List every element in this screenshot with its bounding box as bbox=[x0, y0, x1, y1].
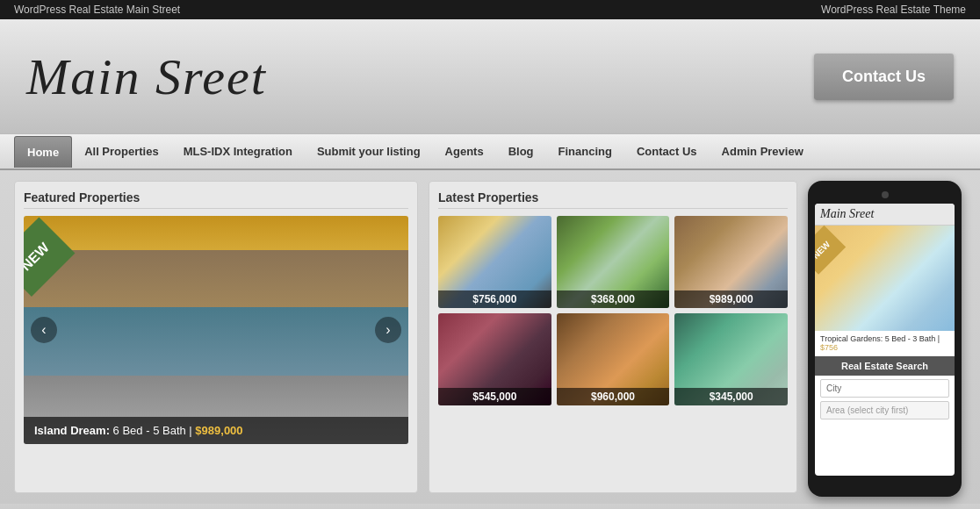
phone-logo: Main Sreet bbox=[815, 204, 955, 226]
list-item[interactable]: $545,000 bbox=[438, 313, 551, 405]
phone-prop-info: Tropical Gardens: 5 Bed - 3 Bath | $756 bbox=[815, 331, 955, 356]
featured-image-container: NEW ‹ › Island Dream: 6 Bed - 5 Bath | $… bbox=[24, 216, 408, 444]
nav-item-mls-idx-integration[interactable]: MLS-IDX Integration bbox=[171, 136, 305, 167]
featured-panel: Featured Properties NEW ‹ › Island Dream… bbox=[14, 181, 418, 493]
nav-item-agents[interactable]: Agents bbox=[433, 136, 496, 167]
caption-detail: 6 Bed - 5 Bath | bbox=[113, 424, 192, 437]
property-price-3: $989,000 bbox=[674, 290, 788, 308]
property-price-6: $345,000 bbox=[674, 388, 788, 405]
header: Main Sreet Contact Us bbox=[0, 19, 980, 133]
caption-price: $989,000 bbox=[195, 424, 242, 437]
navigation: HomeAll PropertiesMLS-IDX IntegrationSub… bbox=[0, 133, 980, 170]
nav-item-blog[interactable]: Blog bbox=[496, 136, 546, 167]
list-item[interactable]: $345,000 bbox=[674, 313, 788, 405]
bottom-tabs: City Area (select city first) Price rang… bbox=[0, 504, 980, 509]
nav-item-all-properties[interactable]: All Properties bbox=[72, 136, 171, 167]
contact-us-button[interactable]: Contact Us bbox=[814, 54, 954, 100]
latest-title: Latest Properties bbox=[438, 190, 788, 209]
logo: Main Sreet bbox=[26, 47, 267, 106]
property-price-5: $960,000 bbox=[557, 388, 670, 405]
phone-prop-name: Tropical Gardens: 5 Bed - 3 Bath | bbox=[820, 334, 940, 343]
nav-item-financing[interactable]: Financing bbox=[546, 136, 624, 167]
phone-new-badge: NEW bbox=[815, 226, 846, 275]
next-arrow[interactable]: › bbox=[375, 317, 401, 343]
property-price-1: $756,000 bbox=[438, 290, 551, 308]
top-bar: WordPress Real Estate Main Street WordPr… bbox=[0, 0, 980, 19]
property-grid: $756,000 $368,000 $989,000 $545,000 $960… bbox=[438, 216, 788, 405]
top-bar-right: WordPress Real Estate Theme bbox=[821, 4, 966, 16]
mobile-preview-panel: Main Sreet NEW Tropical Gardens: 5 Bed -… bbox=[808, 181, 966, 493]
top-bar-left: WordPress Real Estate Main Street bbox=[14, 4, 180, 16]
list-item[interactable]: $960,000 bbox=[557, 313, 670, 405]
nav-item-contact-us[interactable]: Contact Us bbox=[624, 136, 710, 167]
phone-prop-price: $756 bbox=[820, 343, 838, 352]
phone-speaker bbox=[882, 191, 889, 198]
phone-search-title: Real Estate Search bbox=[815, 356, 955, 376]
main-content: Featured Properties NEW ‹ › Island Dream… bbox=[0, 170, 980, 504]
phone-area-field[interactable]: Area (select city first) bbox=[820, 401, 949, 419]
nav-item-admin-preview[interactable]: Admin Preview bbox=[710, 136, 816, 167]
list-item[interactable]: $989,000 bbox=[674, 216, 788, 308]
nav-item-submit-your-listing[interactable]: Submit your listing bbox=[305, 136, 433, 167]
caption-name: Island Dream: bbox=[34, 424, 110, 437]
phone-property-image: NEW bbox=[815, 226, 955, 331]
phone-city-field[interactable]: City bbox=[820, 379, 949, 398]
phone-frame: Main Sreet NEW Tropical Gardens: 5 Bed -… bbox=[808, 181, 962, 497]
prev-arrow[interactable]: ‹ bbox=[31, 317, 57, 343]
featured-image bbox=[24, 216, 408, 444]
phone-screen: Main Sreet NEW Tropical Gardens: 5 Bed -… bbox=[815, 204, 955, 476]
property-price-4: $545,000 bbox=[438, 388, 551, 405]
property-price-2: $368,000 bbox=[557, 290, 670, 308]
list-item[interactable]: $368,000 bbox=[557, 216, 670, 308]
list-item[interactable]: $756,000 bbox=[438, 216, 551, 308]
featured-caption: Island Dream: 6 Bed - 5 Bath | $989,000 bbox=[24, 417, 408, 444]
latest-panel: Latest Properties $756,000 $368,000 $989… bbox=[429, 181, 797, 493]
featured-title: Featured Properties bbox=[24, 190, 408, 209]
nav-item-home[interactable]: Home bbox=[14, 136, 72, 168]
